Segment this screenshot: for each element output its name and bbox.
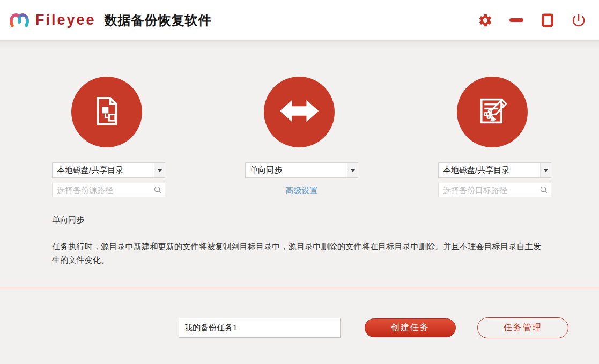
power-icon[interactable]: [570, 12, 587, 29]
document-tree-icon: [88, 92, 125, 132]
sync-mode-circle: [264, 77, 335, 147]
minimize-icon[interactable]: [508, 12, 525, 29]
source-circle: [71, 77, 142, 147]
target-type-value: 本地磁盘/共享目录: [439, 163, 540, 177]
magnifier-icon[interactable]: [153, 185, 162, 195]
target-type-dropdown[interactable]: 本地磁盘/共享目录: [438, 162, 551, 178]
edit-document-icon: [473, 92, 512, 132]
double-arrow-icon: [276, 88, 322, 136]
titlebar: Fileyee 数据备份恢复软件: [0, 0, 599, 41]
mode-description-title: 单向同步: [52, 215, 84, 225]
create-task-button[interactable]: 创建任务: [365, 318, 456, 337]
chevron-down-icon[interactable]: [154, 163, 165, 177]
source-path-input[interactable]: [52, 183, 165, 197]
window-controls: [477, 12, 587, 29]
maximize-icon[interactable]: [539, 12, 556, 29]
task-manager-button[interactable]: 任务管理: [477, 317, 568, 338]
target-path-input[interactable]: [438, 183, 551, 197]
app-window: Fileyee 数据备份恢复软件: [0, 0, 599, 364]
source-type-dropdown[interactable]: 本地磁盘/共享目录: [52, 162, 165, 178]
sync-mode-dropdown[interactable]: 单向同步: [245, 162, 358, 178]
chevron-down-icon[interactable]: [347, 163, 358, 177]
sync-mode-value: 单向同步: [246, 163, 347, 177]
app-title: 数据备份恢复软件: [105, 12, 212, 29]
task-name-input[interactable]: [179, 318, 341, 338]
brand-name: Fileyee: [35, 12, 96, 28]
gear-icon[interactable]: [477, 12, 494, 29]
chevron-down-icon[interactable]: [540, 163, 551, 177]
titlebar-shadow: [0, 41, 599, 49]
magnifier-icon[interactable]: [539, 185, 549, 195]
red-divider: [0, 288, 599, 288]
advanced-settings-link[interactable]: 高级设置: [245, 185, 358, 196]
target-circle: [457, 77, 528, 147]
source-path-wrap: [52, 183, 165, 197]
mode-description-body: 任务执行时，源目录中新建和更新的文件将被复制到目标目录中，源目录中删除的文件将在…: [52, 240, 548, 266]
fileyee-logo-icon: [8, 9, 31, 32]
target-path-wrap: [438, 183, 551, 197]
source-type-value: 本地磁盘/共享目录: [53, 163, 154, 177]
